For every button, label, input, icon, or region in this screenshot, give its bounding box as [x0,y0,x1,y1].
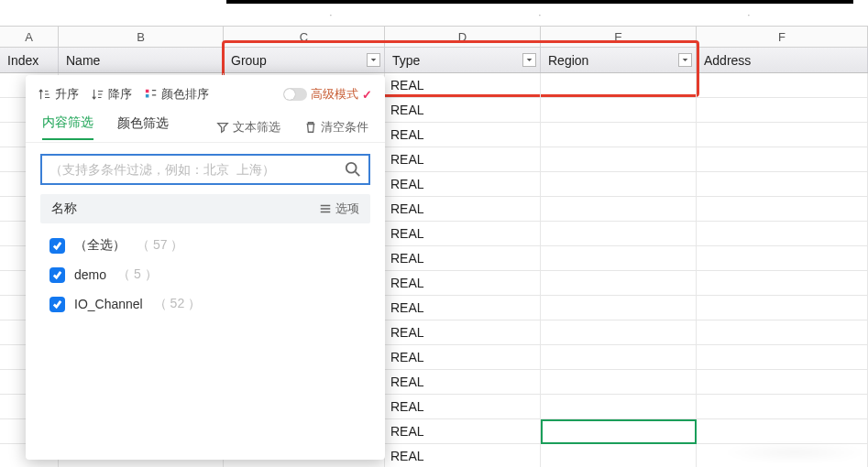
grid-cell[interactable]: REAL [385,123,541,147]
hamburger-icon [319,202,332,215]
grid-cell[interactable] [541,444,697,467]
svg-point-2 [346,163,357,173]
grid-cell[interactable] [697,370,868,394]
clear-conditions-button[interactable]: 清空条件 [304,119,368,136]
grid-cell[interactable]: REAL [385,222,541,245]
grid-cell[interactable] [541,172,697,196]
field-type[interactable]: Type [385,48,541,72]
field-address[interactable]: Address [697,48,868,72]
grid-cell[interactable] [697,172,868,196]
color-sort-label: 颜色排序 [161,86,209,103]
grid-cell[interactable]: REAL [385,320,541,344]
grid-cell[interactable] [697,296,868,320]
grid-cell[interactable]: REAL [385,197,541,221]
grid-cell[interactable] [541,147,697,171]
grid-cell[interactable]: REAL [385,73,541,97]
svg-rect-0 [146,90,149,93]
text-filter-button[interactable]: 文本筛选 [216,119,280,136]
color-sort-button[interactable]: 颜色排序 [145,86,209,103]
field-region[interactable]: Region [541,48,697,72]
chevron-down-icon [682,57,688,63]
grid-cell[interactable] [697,320,868,344]
grid-cell[interactable] [697,395,868,418]
field-name-label: Name [66,53,100,68]
filter-search-input[interactable] [49,162,345,177]
sort-asc-button[interactable]: 升序 [38,86,79,103]
grid-cell[interactable] [697,147,868,171]
grid-cell[interactable]: REAL [385,246,541,270]
col-D[interactable]: D [385,27,541,47]
grid-cell[interactable] [541,73,697,97]
grid-cell[interactable] [541,419,697,443]
region-filter-dropdown[interactable] [678,53,692,67]
col-F[interactable]: F [697,27,868,47]
group-filter-dropdown[interactable] [367,53,380,67]
grid-cell[interactable] [541,123,697,147]
grid-cell[interactable] [541,197,697,221]
grid-cell[interactable] [697,271,868,295]
grid-cell[interactable]: REAL [385,395,541,418]
field-index-label: Index [7,53,38,68]
column-letter-header: A B C D E F [0,26,868,48]
col-A[interactable]: A [0,27,59,47]
filter-checklist-item[interactable]: IO_Channel （ 52 ） [40,289,370,319]
checkbox-checked-icon[interactable] [49,267,65,283]
funnel-icon [216,121,229,134]
filter-list-header: 名称 选项 [40,194,370,223]
col-B[interactable]: B [59,27,224,47]
checklist-item-label: IO_Channel [74,297,143,311]
field-address-label: Address [704,53,751,68]
grid-cell[interactable] [541,345,697,369]
grid-cell[interactable]: REAL [385,271,541,295]
tab-color-filter[interactable]: 颜色筛选 [117,115,169,139]
grid-cell[interactable] [697,345,868,369]
grid-cell[interactable] [697,222,868,245]
search-icon[interactable] [345,161,361,178]
grid-cell[interactable] [697,123,868,147]
sort-row: 升序 降序 颜色排序 高级模式 ✓ [26,82,385,112]
new-badge-icon: ✓ [362,88,372,102]
field-name[interactable]: Name [59,48,224,72]
grid-cell[interactable]: REAL [385,147,541,171]
grid-cell[interactable] [697,246,868,270]
grid-cell[interactable] [541,246,697,270]
grid-cell[interactable] [697,197,868,221]
field-index[interactable]: Index [0,48,59,72]
checkbox-checked-icon[interactable] [49,238,65,254]
tab-content-filter[interactable]: 内容筛选 [42,114,93,140]
filter-checklist-item[interactable]: （全选） （ 57 ） [40,231,370,260]
sort-desc-button[interactable]: 降序 [92,86,132,103]
filter-checklist-item[interactable]: demo （ 5 ） [40,260,370,289]
grid-cell[interactable] [697,98,868,122]
filter-checklist: （全选） （ 57 ） demo （ 5 ） IO_Channel （ 52 ） [26,223,385,326]
advanced-mode-toggle[interactable]: 高级模式 ✓ [283,86,372,103]
grid-cell[interactable]: REAL [385,444,541,467]
filter-list-options-button[interactable]: 选项 [319,201,359,217]
col-E[interactable]: E [541,27,697,47]
grid-cell[interactable] [697,419,868,443]
grid-cell[interactable] [697,73,868,97]
grid-cell[interactable] [541,395,697,418]
sort-desc-icon [92,88,104,101]
grid-cell[interactable]: REAL [385,419,541,443]
type-filter-dropdown[interactable] [522,53,536,67]
clear-conditions-label: 清空条件 [321,119,368,136]
grid-cell[interactable]: REAL [385,296,541,320]
grid-cell[interactable]: REAL [385,345,541,369]
grid-cell[interactable] [541,98,697,122]
grid-cell[interactable] [541,271,697,295]
grid-cell[interactable] [541,296,697,320]
grid-cell[interactable]: REAL [385,370,541,394]
checklist-item-count: （ 52 ） [154,296,201,312]
field-group[interactable]: Group [224,48,385,72]
sort-desc-label: 降序 [108,86,132,103]
grid-cell[interactable] [541,222,697,245]
grid-cell[interactable]: REAL [385,98,541,122]
col-C[interactable]: C [224,27,385,47]
chevron-down-icon [370,57,377,63]
field-group-label: Group [231,53,267,68]
checkbox-checked-icon[interactable] [49,297,65,312]
grid-cell[interactable] [541,370,697,394]
grid-cell[interactable]: REAL [385,172,541,196]
grid-cell[interactable] [541,320,697,344]
